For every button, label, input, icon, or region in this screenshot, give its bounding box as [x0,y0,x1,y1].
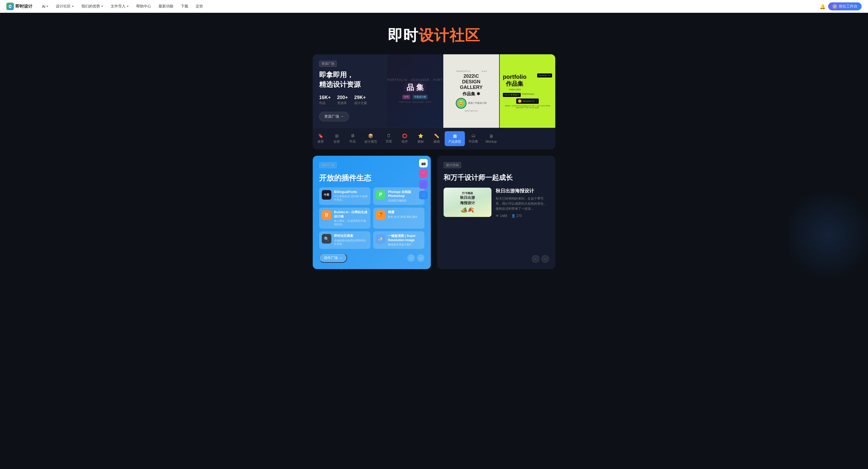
plugin-xilu-icon: 🍊 [376,210,385,220]
bottom-row: 📷 👾 🌀 🌐 插件广场 开放的插件生态 中英 BillingualFonts [313,156,555,269]
activity-image: 打卡挑战 秋日出游 海报设计 🏕️🍂 [443,188,491,217]
grid-icon: ⊞ [335,134,339,139]
resource-section: 资源广场 即拿即用， 精选设计资源 16K+ 作品 200+ 资源库 29K [313,54,555,149]
resource-image-1[interactable]: PORTFOLIO · DESIGNER · PORT 品 集 代号 平面设计师… [387,54,443,128]
chevron-down-icon [72,6,74,7]
resource-badge: 资源广场 [319,61,337,67]
notification-bell-icon[interactable]: 🔔 [819,4,825,9]
tab-portfolio[interactable]: 🗂 作品集 [465,131,482,146]
float-face-icon: 👾 [419,170,428,178]
resource-tabs: 🔖 推荐 ⊞ 全部 🖥 作品 📦 设计规范 🗒 页面 ⭕ 组件 [313,128,555,149]
tab-works[interactable]: 🖥 作品 [345,131,361,146]
pen-icon: ✏️ [434,134,439,139]
plugin-header: 插件广场 开放的插件生态 [319,162,425,183]
plugin-item-super-res[interactable]: ✨ 一键超清图 | Super Resolution Image 极速超高清放大… [373,231,425,249]
activity-views: 👁 1489 [496,214,507,218]
floating-icons: 📷 👾 🌀 🌐 [419,159,428,199]
nav-item-help[interactable]: 帮助中心 [133,2,154,10]
plugin-list: 中英 BillingualFonts 可以帮助你在 设计稿 中使用中英文... … [319,187,425,249]
nav-item-pricing[interactable]: 定价 [192,2,206,10]
logo[interactable]: 即时设计 [6,3,32,10]
activity-heading: 和万千设计师一起成长 [443,173,549,182]
resource-image-2[interactable]: THEMEVIPFUL ● ● ● 2022\CDESIGNGALLERY 作品… [443,54,499,128]
tab-illustration[interactable]: ✏️ 插画 [429,131,445,146]
page-icon: 🗒 [387,134,391,138]
resource-images: PORTFOLIO · DESIGNER · PORT 品 集 代号 平面设计师… [387,54,555,128]
plugin-item-photope[interactable]: P Photope 在线版 Photoshop 高保图片编辑器 [373,187,425,205]
hero-title: 即时设计社区 [0,26,868,46]
mockup-icon: 🖥 [489,134,493,139]
nav-item-import[interactable]: 文件导入 [107,2,132,10]
tab-components[interactable]: ⭕ 组件 [397,131,413,146]
float-globe-icon: 🌐 [419,191,428,199]
stat-elements: 29K+ 设计元素 [354,95,367,106]
plugin-item-builder[interactable]: B Builder.io - 出网站生成设计稿 输入网址，生成漂亮的可编辑的设.… [319,208,370,229]
tab-design-spec[interactable]: 📦 设计规范 [361,131,381,146]
float-ring-icon: 🌀 [419,180,428,189]
navbar-right: 🔔 ⚡ 前往工作台 [819,2,862,10]
goto-workspace-button[interactable]: ⚡ 前往工作台 [828,2,862,10]
activity-badge: 设计活动 [443,162,461,168]
logo-icon [6,3,14,10]
resource-top: 资源广场 即拿即用， 精选设计资源 16K+ 作品 200+ 资源库 29K [313,54,555,128]
plugin-prev-button[interactable]: ← [407,254,415,262]
monitor-icon: 🖥 [350,134,355,138]
chevron-down-icon [46,6,49,7]
svg-point-0 [9,6,11,7]
resource-marketplace-button[interactable]: 资源广场 → [319,112,349,121]
activity-footer: ← → [532,255,549,263]
plugin-nav: ← → [407,254,425,262]
plugin-item-bilingual[interactable]: 中英 BillingualFonts 可以帮助你在 设计稿 中使用中英文... [319,187,370,205]
plugin-badge: 插件广场 [319,162,337,168]
plugin-superres-icon: ✨ [376,234,385,243]
nav-item-ai[interactable]: Ai [39,3,52,10]
tab-all[interactable]: ⊞ 全部 [329,131,345,146]
box-icon: 📦 [368,134,373,139]
tab-icons[interactable]: ⭐ 图标 [413,131,429,146]
plugin-row-2: B Builder.io - 出网站生成设计稿 输入网址，生成漂亮的可编辑的设.… [319,208,425,229]
plugin-section: 📷 👾 🌀 🌐 插件广场 开放的插件生态 中英 BillingualFonts [313,156,431,269]
main-content: 资源广场 即拿即用， 精选设计资源 16K+ 作品 200+ 资源库 29K [306,54,562,282]
tab-pages[interactable]: 🗒 页面 [381,131,397,146]
activity-info: 秋日出游海报设计 秋天已经悄悄的来到，在这个季节里，我们可以感受到大自然的变化，… [496,188,549,218]
glow-decoration [788,181,868,288]
workspace-icon: ⚡ [832,4,837,9]
main-nav: Ai 设计社区 我们的优势 文件导入 帮助中心 最新功能 下载 定价 [39,2,817,10]
nav-item-design-community[interactable]: 设计社区 [53,2,77,10]
plugin-bilingual-icon: 中英 [322,190,331,200]
tab-prototype[interactable]: ▦ 产品原型 [445,131,465,146]
portfolio-icon: 🗂 [471,134,475,138]
nav-item-advantages[interactable]: 我们的优势 [78,2,106,10]
activity-participants: 👤 273 [512,214,522,218]
activity-next-button[interactable]: → [541,255,549,263]
star-icon: ⭐ [418,134,423,139]
nav-item-download[interactable]: 下载 [178,2,191,10]
plugin-search-icon: 🔍 [322,234,331,243]
resource-stats: 16K+ 作品 200+ 资源库 29K+ 设计元素 [319,95,381,106]
nav-item-new-features[interactable]: 最新功能 [155,2,177,10]
plugin-footer: 插件广场 → ← → [319,253,425,263]
plugin-photope-icon: P [376,190,385,200]
component-icon: ⭕ [402,134,407,139]
plugin-builder-icon: B [322,210,331,220]
tab-recommended[interactable]: 🔖 推荐 [313,131,329,146]
stat-library: 200+ 资源库 [337,95,348,106]
prototype-icon: ▦ [453,134,457,139]
plugin-marketplace-button[interactable]: 插件广场 → [319,253,347,263]
resource-image-3[interactable]: portfolio作品集 7/2021-2023 DESIGN TO UI/UX… [500,54,555,128]
plugin-item-search[interactable]: 🔍 即时社区搜索 在编辑器内使用全部即时社区资源 [319,231,370,249]
hero-section: 即时设计社区 [0,13,868,54]
activity-prev-button[interactable]: ← [532,255,539,263]
float-camera-icon: 📷 [419,159,428,168]
plugin-next-button[interactable]: → [417,254,425,262]
resource-heading: 即拿即用， 精选设计资源 [319,70,381,89]
bookmark-icon: 🔖 [318,134,323,139]
activity-card[interactable]: 打卡挑战 秋日出游 海报设计 🏕️🍂 秋日出游海报设计 秋天已经悄悄的来到，在这… [443,188,549,218]
chevron-down-icon [127,6,129,7]
tab-mockup[interactable]: 🖥 Mockup [482,132,500,146]
activity-section: 设计活动 和万千设计师一起成长 打卡挑战 秋日出游 海报设计 [437,156,555,269]
resource-left-panel: 资源广场 即拿即用， 精选设计资源 16K+ 作品 200+ 资源库 29K [313,54,387,128]
plugin-heading: 开放的插件生态 [319,173,425,183]
logo-text: 即时设计 [16,4,32,9]
plugin-item-xilu[interactable]: 🍊 稀露 配色,色卡,渐变,调色,颜色 [373,208,425,229]
